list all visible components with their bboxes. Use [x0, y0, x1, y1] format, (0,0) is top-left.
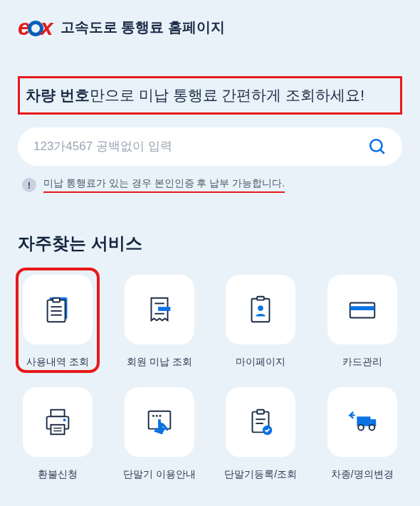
service-refund[interactable]: 환불신청: [18, 387, 98, 481]
truck-transfer-icon: [346, 406, 379, 438]
notice-text: 미납 통행료가 있는 경우 본인인증 후 납부 가능합니다.: [43, 177, 285, 193]
fax-printer-icon: [41, 406, 74, 438]
svg-rect-9: [158, 307, 170, 311]
svg-rect-18: [51, 425, 65, 434]
service-usage-history[interactable]: 사용내역 조회: [18, 275, 98, 369]
service-grid: 사용내역 조회 회원 미납 조회: [18, 275, 402, 481]
service-card-manage[interactable]: 카드관리: [322, 275, 403, 369]
headline-text: 차량 번호만으로 미납 통행료 간편하게 조회하세요!: [26, 85, 394, 105]
svg-point-33: [369, 425, 374, 431]
svg-point-13: [258, 305, 263, 311]
svg-rect-27: [257, 410, 264, 414]
service-label: 단말기등록/조회: [224, 468, 297, 481]
headline-rest: 만으로 미납 통행료 간편하게 조회하세요!: [90, 87, 364, 103]
clipboard-check-icon: [244, 406, 277, 438]
svg-rect-16: [51, 410, 65, 417]
service-vehicle-change[interactable]: 차종/명의변경: [322, 387, 403, 481]
service-label: 회원 미납 조회: [127, 356, 192, 369]
svg-rect-4: [53, 298, 61, 302]
svg-rect-12: [257, 297, 264, 300]
notice-row: ! 미납 통행료가 있는 경우 본인인증 후 납부 가능합니다.: [18, 177, 402, 193]
service-device-guide[interactable]: 단말기 이용안내: [120, 387, 200, 481]
service-label: 카드관리: [342, 356, 382, 369]
svg-rect-31: [357, 416, 370, 426]
service-label: 단말기 이용안내: [123, 468, 196, 481]
svg-line-1: [380, 149, 384, 153]
svg-point-0: [370, 139, 382, 151]
svg-point-24: [155, 415, 157, 417]
headline-bold: 차량 번호: [26, 87, 90, 103]
section-title: 자주찾는 서비스: [18, 232, 402, 255]
service-device-register[interactable]: 단말기등록/조회: [221, 387, 301, 481]
logo: ex: [18, 14, 52, 41]
search-input[interactable]: [33, 139, 368, 154]
profile-doc-icon: [244, 293, 277, 326]
svg-rect-15: [350, 306, 375, 310]
site-title: 고속도로 통행료 홈페이지: [61, 18, 225, 37]
service-label: 차종/명의변경: [331, 468, 394, 481]
search-icon[interactable]: [368, 137, 387, 156]
card-icon: [346, 293, 379, 326]
svg-point-32: [358, 425, 364, 431]
header: ex 고속도로 통행료 홈페이지: [18, 14, 402, 41]
service-member-unpaid[interactable]: 회원 미납 조회: [120, 275, 200, 369]
service-label: 마이페이지: [236, 356, 285, 369]
headline-highlight: 차량 번호만으로 미납 통행료 간편하게 조회하세요!: [18, 76, 402, 115]
exclaim-icon: !: [22, 178, 36, 192]
svg-point-23: [152, 415, 154, 417]
document-list-icon: [41, 293, 74, 326]
touch-screen-icon: [143, 406, 176, 438]
service-label: 사용내역 조회: [26, 356, 89, 369]
service-mypage[interactable]: 마이페이지: [221, 275, 301, 369]
service-label: 환불신청: [38, 468, 78, 481]
search-bar: [18, 127, 402, 166]
receipt-icon: [143, 293, 176, 326]
svg-point-25: [159, 415, 161, 417]
svg-point-19: [63, 418, 66, 421]
